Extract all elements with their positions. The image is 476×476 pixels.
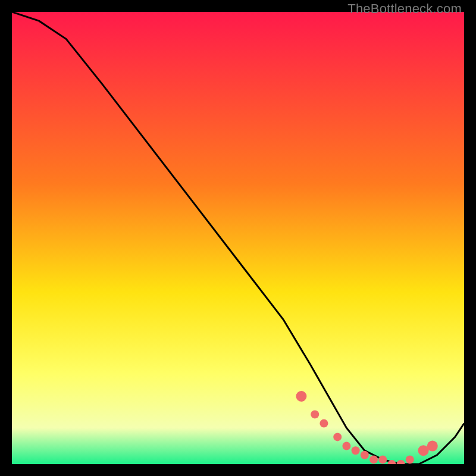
highlight-dot <box>361 451 369 459</box>
highlight-dot <box>352 446 360 455</box>
highlight-dot <box>296 391 306 402</box>
gradient-plot-area <box>12 12 464 464</box>
highlight-dot <box>378 455 387 464</box>
highlight-dot <box>311 410 319 418</box>
highlight-dot <box>369 455 378 464</box>
highlight-dot <box>427 441 438 452</box>
bottleneck-chart <box>12 12 464 464</box>
highlight-dot <box>333 433 342 441</box>
highlight-dot <box>320 419 328 428</box>
watermark-text: TheBottleneck.com <box>347 1 462 17</box>
highlight-dot <box>406 455 414 464</box>
highlight-dot <box>342 442 350 450</box>
